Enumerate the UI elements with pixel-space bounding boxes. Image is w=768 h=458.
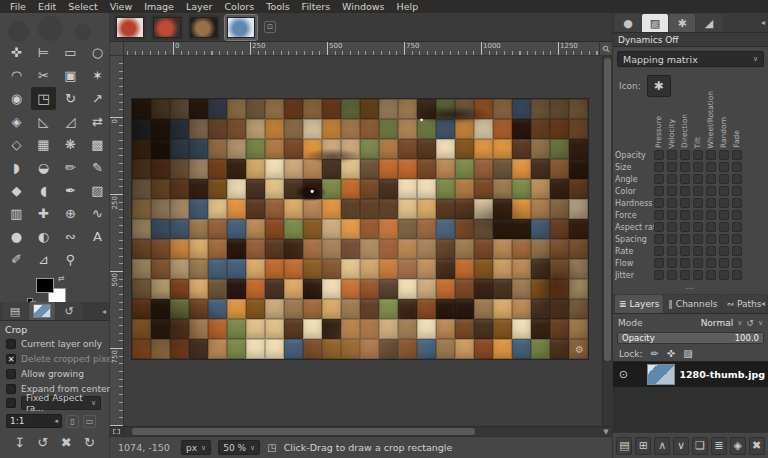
menu-layer[interactable]: Layer: [180, 0, 219, 13]
matrix-checkbox[interactable]: [693, 270, 703, 280]
checkbox[interactable]: [6, 369, 16, 379]
lock-position-icon[interactable]: ✜: [667, 348, 675, 359]
matrix-checkbox[interactable]: [667, 198, 677, 208]
new-layer-button[interactable]: ▤: [616, 437, 632, 455]
matrix-checkbox[interactable]: [667, 186, 677, 196]
portrait-orientation-button[interactable]: ▯: [66, 415, 79, 428]
handle-transform-tool[interactable]: ◈: [4, 110, 29, 133]
lower-layer-button[interactable]: ∨: [673, 437, 689, 455]
swap-colors-icon[interactable]: ⇄: [58, 274, 65, 283]
matrix-checkbox[interactable]: [719, 246, 729, 256]
free-select-tool[interactable]: ◠: [4, 64, 29, 87]
device-status-tab[interactable]: [29, 302, 55, 320]
ink-tool[interactable]: ✒: [58, 179, 83, 202]
image-tab-3[interactable]: [188, 15, 220, 40]
clear-icon[interactable]: ◂: [54, 417, 58, 425]
select-by-color-tool[interactable]: ◉: [4, 87, 29, 110]
clone-tool[interactable]: ▥: [4, 202, 29, 225]
opacity-slider[interactable]: Opacity 100.0: [617, 332, 764, 344]
matrix-checkbox[interactable]: [706, 258, 716, 268]
matrix-checkbox[interactable]: [654, 246, 664, 256]
menu-colors[interactable]: Colors: [218, 0, 260, 13]
perspective-clone-tool[interactable]: ⊕: [58, 202, 83, 225]
matrix-checkbox[interactable]: [706, 210, 716, 220]
pencil-tool[interactable]: ✏: [58, 156, 83, 179]
ruler-corner[interactable]: [110, 42, 124, 56]
matrix-checkbox[interactable]: [719, 222, 729, 232]
matrix-checkbox[interactable]: [654, 210, 664, 220]
matrix-checkbox[interactable]: [719, 186, 729, 196]
matrix-checkbox[interactable]: [667, 210, 677, 220]
navigation-corner-button[interactable]: ▼: [600, 427, 612, 436]
unit-dropdown[interactable]: px ∨: [181, 440, 211, 455]
measure-tool[interactable]: ⊿: [31, 248, 56, 271]
layers-tab[interactable]: ≣Layers: [615, 295, 663, 313]
matrix-checkbox[interactable]: [680, 270, 690, 280]
image-tab-1[interactable]: [114, 15, 146, 40]
v-scrollbar-thumb[interactable]: [604, 58, 611, 361]
checkbox[interactable]: ✕: [6, 354, 16, 364]
v-ruler[interactable]: 0250500750: [110, 56, 124, 426]
flip-tool[interactable]: ⇄: [85, 110, 110, 133]
dodge-burn-tool[interactable]: ◐: [31, 225, 56, 248]
tab-strip-menu-button[interactable]: ⊡: [264, 21, 276, 33]
matrix-checkbox[interactable]: [693, 150, 703, 160]
matrix-checkbox[interactable]: [732, 246, 742, 256]
crop-tool[interactable]: ◳: [31, 87, 56, 110]
matrix-checkbox[interactable]: [680, 246, 690, 256]
ellipse-select-tool[interactable]: ○: [85, 41, 110, 64]
matrix-checkbox[interactable]: [719, 150, 729, 160]
fixed-aspect-dropdown[interactable]: Fixed Aspect ra... ∨: [21, 396, 101, 410]
paintbrush-tool[interactable]: ✎: [85, 156, 110, 179]
matrix-checkbox[interactable]: [693, 198, 703, 208]
matrix-checkbox[interactable]: [706, 174, 716, 184]
menu-help[interactable]: Help: [391, 0, 425, 13]
shear-tool[interactable]: ◿: [58, 110, 83, 133]
perspective-tool[interactable]: ◺: [31, 110, 56, 133]
warp-transform-tool[interactable]: ▦: [31, 133, 56, 156]
matrix-checkbox[interactable]: [732, 234, 742, 244]
matrix-checkbox[interactable]: [706, 246, 716, 256]
restore-preset-button[interactable]: ↺: [33, 432, 53, 452]
dynamics-icon-button[interactable]: ✱: [647, 75, 671, 97]
image-artwork[interactable]: ⚙: [132, 99, 588, 359]
menu-image[interactable]: Image: [138, 0, 180, 13]
layer-thumbnail[interactable]: [647, 364, 675, 385]
dynamics-tab[interactable]: ✱: [669, 14, 695, 32]
matrix-checkbox[interactable]: [719, 258, 729, 268]
gradient-tool[interactable]: ◗: [4, 156, 29, 179]
layer-visibility-eye-icon[interactable]: ⊙: [616, 368, 631, 381]
paths-tool[interactable]: ∾: [58, 225, 83, 248]
matrix-checkbox[interactable]: [667, 246, 677, 256]
matrix-checkbox[interactable]: [719, 162, 729, 172]
rectangle-select-tool[interactable]: ▭: [58, 41, 83, 64]
color-picker-tool[interactable]: ✐: [4, 248, 29, 271]
collapse-right-dock-icon[interactable]: ◂: [761, 18, 765, 27]
matrix-checkbox[interactable]: [732, 270, 742, 280]
matrix-checkbox[interactable]: [680, 234, 690, 244]
h-ruler[interactable]: 025050075010001250: [124, 42, 599, 56]
foreground-color-swatch[interactable]: [36, 278, 54, 293]
matrix-checkbox[interactable]: [732, 150, 742, 160]
matrix-checkbox[interactable]: [732, 222, 742, 232]
layer-row[interactable]: ⊙ 1280-thumb.jpg: [613, 362, 768, 387]
merge-down-button[interactable]: ≣: [711, 437, 727, 455]
matrix-checkbox[interactable]: [680, 186, 690, 196]
eraser-tool[interactable]: ◆: [4, 179, 29, 202]
lock-pixels-icon[interactable]: ✏: [651, 348, 659, 359]
delete-layer-button[interactable]: ✖: [749, 437, 765, 455]
matrix-checkbox[interactable]: [693, 162, 703, 172]
matrix-checkbox[interactable]: [680, 150, 690, 160]
image-tab-2[interactable]: [151, 15, 183, 40]
matrix-checkbox[interactable]: [706, 198, 716, 208]
matrix-checkbox[interactable]: [654, 174, 664, 184]
lock-alpha-icon[interactable]: ▨: [683, 348, 692, 359]
matrix-checkbox[interactable]: [693, 246, 703, 256]
matrix-checkbox[interactable]: [732, 210, 742, 220]
smudge-tool[interactable]: ∿: [85, 202, 110, 225]
unified-transform-tool[interactable]: ↗: [85, 87, 110, 110]
undo-history-tab[interactable]: ↺: [56, 302, 82, 320]
matrix-checkbox[interactable]: [719, 198, 729, 208]
matrix-checkbox[interactable]: [680, 174, 690, 184]
zoom-tool[interactable]: ⚲: [58, 248, 83, 271]
